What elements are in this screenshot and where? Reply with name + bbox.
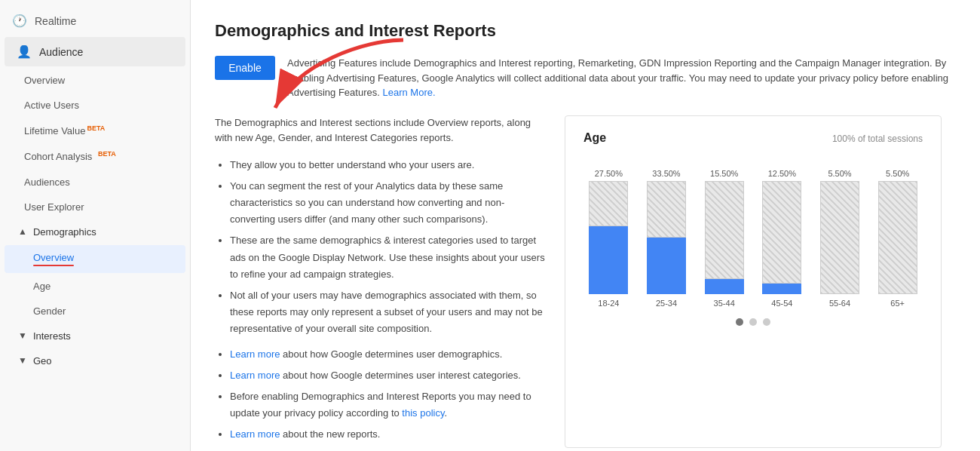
bar-full-55-64 <box>820 181 859 294</box>
demo-overview-label: Overview <box>33 252 74 266</box>
chart-title: Age <box>583 131 606 145</box>
bullet-item-3: These are the same demographics & intere… <box>230 232 547 282</box>
person-icon: 👤 <box>17 44 32 59</box>
enable-description: Advertising Features include Demographic… <box>287 56 956 100</box>
chart-dot-1[interactable] <box>736 318 743 326</box>
clock-icon: 🕐 <box>12 14 27 28</box>
bar-wrapper-45-54 <box>757 181 807 294</box>
link-item-4: Learn more about the new reports. <box>230 426 547 443</box>
bar-wrapper-25-34 <box>642 181 692 294</box>
bar-chart: 27.50%18-2433.50%25-3415.50%35-4412.50%4… <box>583 157 923 308</box>
bar-hatch-45-54 <box>762 181 801 284</box>
sidebar-item-audience[interactable]: 👤 Audience <box>5 37 185 66</box>
chart-dot-2[interactable] <box>749 318 757 326</box>
left-column: The Demographics and Interest sections i… <box>215 115 547 448</box>
sidebar-sub-item-demo-age[interactable]: Age <box>0 274 190 299</box>
sidebar-item-lifetime-value[interactable]: Lifetime ValueBETA <box>0 118 190 143</box>
sidebar-sub-item-demo-gender[interactable]: Gender <box>0 299 190 324</box>
sidebar-item-interests[interactable]: ▼ Interests <box>0 324 190 348</box>
bar-colored-35-44 <box>705 279 744 294</box>
bar-label-18-24: 18-24 <box>598 299 619 308</box>
link-item-1: Learn more about how Google determines u… <box>230 346 547 363</box>
lifetime-value-beta-badge: BETA <box>87 124 105 132</box>
bar-colored-25-34 <box>647 238 686 294</box>
sidebar: 🕐 Realtime 👤 Audience Overview Active Us… <box>0 0 191 451</box>
chart-dots <box>583 318 923 326</box>
sidebar-item-demographics[interactable]: ▲ Demographics <box>0 219 190 244</box>
bar-group-65+: 5.50%65+ <box>872 169 923 308</box>
intro-text: The Demographics and Interest sections i… <box>215 115 547 147</box>
bar-label-45-54: 45-54 <box>771 299 792 308</box>
sidebar-item-realtime[interactable]: 🕐 Realtime <box>0 6 190 35</box>
link-list: Learn more about how Google determines u… <box>215 346 547 443</box>
bar-hatch-35-44 <box>705 181 744 279</box>
bar-label-25-34: 25-34 <box>656 299 677 308</box>
bar-pct-25-34: 33.50% <box>652 169 680 178</box>
bar-label-35-44: 35-44 <box>714 299 735 308</box>
learn-more-new-reports-link[interactable]: Learn more <box>230 428 280 440</box>
learn-more-interest-link[interactable]: Learn more <box>230 370 280 381</box>
demographics-expand-icon: ▲ <box>18 226 27 237</box>
interests-expand-icon: ▼ <box>18 330 27 341</box>
bar-full-65+ <box>878 181 917 294</box>
bar-full-45-54 <box>762 181 801 294</box>
link-item-2: Learn more about how Google determines u… <box>230 367 547 384</box>
bar-group-35-44: 15.50%35-44 <box>699 169 749 308</box>
bar-hatch-25-34 <box>647 181 686 238</box>
this-policy-link[interactable]: this policy <box>402 407 444 419</box>
bar-pct-55-64: 5.50% <box>828 169 851 178</box>
sidebar-item-audiences[interactable]: Audiences <box>0 170 190 195</box>
bar-group-25-34: 33.50%25-34 <box>642 169 692 308</box>
learn-more-link[interactable]: Learn More. <box>382 87 435 98</box>
main-content: Demographics and Interest Reports Enable… <box>191 0 980 451</box>
bar-label-65+: 65+ <box>890 299 905 308</box>
sidebar-item-user-explorer[interactable]: User Explorer <box>0 195 190 219</box>
chart-subtitle: 100% of total sessions <box>832 133 923 144</box>
bar-wrapper-65+ <box>872 181 923 294</box>
bullet-list: They allow you to better understand who … <box>215 157 547 337</box>
bar-colored-18-24 <box>589 226 628 294</box>
bar-wrapper-35-44 <box>699 181 749 294</box>
content-layout: The Demographics and Interest sections i… <box>215 115 956 448</box>
chart-dot-3[interactable] <box>763 318 770 326</box>
bar-full-25-34 <box>647 181 686 294</box>
chart-panel: Age 100% of total sessions 27.50%18-2433… <box>565 115 942 448</box>
page-title: Demographics and Interest Reports <box>215 21 956 41</box>
enable-button[interactable]: Enable <box>215 56 275 80</box>
sidebar-audience-label: Audience <box>39 46 83 58</box>
bar-group-45-54: 12.50%45-54 <box>757 169 807 308</box>
link-item-3: Before enabling Demographics and Interes… <box>230 388 547 422</box>
sidebar-realtime-label: Realtime <box>35 15 76 27</box>
bar-hatch-18-24 <box>589 181 628 226</box>
sidebar-item-active-users[interactable]: Active Users <box>0 93 190 118</box>
bullet-item-1: They allow you to better understand who … <box>230 157 547 173</box>
bar-group-55-64: 5.50%55-64 <box>815 169 865 308</box>
bar-pct-18-24: 27.50% <box>595 169 623 178</box>
bullet-item-2: You can segment the rest of your Analyti… <box>230 178 547 228</box>
learn-more-demographics-link[interactable]: Learn more <box>230 348 280 360</box>
geo-expand-icon: ▼ <box>18 355 27 366</box>
bar-pct-45-54: 12.50% <box>768 169 796 178</box>
chart-header: Age 100% of total sessions <box>583 131 923 145</box>
sidebar-item-cohort-analysis[interactable]: Cohort Analysis BETA <box>0 143 190 169</box>
enable-row: Enable Advertising Features include Demo… <box>215 56 956 100</box>
bar-wrapper-55-64 <box>815 181 865 294</box>
bar-label-55-64: 55-64 <box>829 299 850 308</box>
bullet-item-4: Not all of your users may have demograph… <box>230 287 547 337</box>
bar-pct-35-44: 15.50% <box>710 169 738 178</box>
sidebar-sub-item-demo-overview[interactable]: Overview <box>5 245 185 273</box>
sidebar-item-overview[interactable]: Overview <box>0 68 190 93</box>
bar-full-35-44 <box>705 181 744 294</box>
cohort-analysis-beta-badge: BETA <box>98 150 116 158</box>
bar-group-18-24: 27.50%18-24 <box>583 169 634 308</box>
bar-colored-45-54 <box>762 284 801 294</box>
bar-wrapper-18-24 <box>583 181 634 294</box>
bar-pct-65+: 5.50% <box>886 169 909 178</box>
bar-full-18-24 <box>589 181 628 294</box>
sidebar-item-geo[interactable]: ▼ Geo <box>0 348 190 373</box>
